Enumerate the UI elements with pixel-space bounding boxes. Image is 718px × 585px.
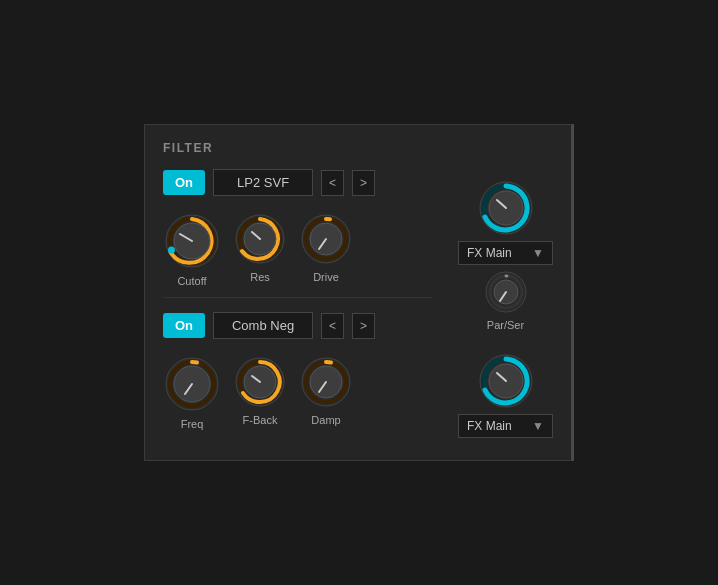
drive-knob[interactable] [299, 212, 353, 266]
filter2-arrow-left[interactable]: < [321, 313, 344, 339]
filter1-type-label: LP2 SVF [213, 169, 313, 196]
res-label: Res [250, 271, 270, 283]
filter2-chevron-icon: ▼ [532, 419, 544, 433]
res-knob[interactable] [233, 212, 287, 266]
damp-knob[interactable] [299, 355, 353, 409]
filter1-chevron-icon: ▼ [532, 246, 544, 260]
drive-knob-container: Drive [299, 212, 353, 283]
filter2-knobs: Freq F-Back [163, 355, 432, 430]
cutoff-label: Cutoff [177, 275, 206, 287]
filter1-knobs: Cutoff Res [163, 212, 432, 287]
freq-knob-container: Freq [163, 355, 221, 430]
par-ser-knob[interactable] [483, 269, 529, 315]
fback-label: F-Back [243, 414, 278, 426]
filter2-arrow-right[interactable]: > [352, 313, 375, 339]
filter2-type-label: Comb Neg [213, 312, 313, 339]
filter1-arrow-right[interactable]: > [352, 170, 375, 196]
filter1-fx-label: FX Main [467, 246, 512, 260]
filter2-on-button[interactable]: On [163, 313, 205, 338]
par-ser-label: Par/Ser [487, 319, 524, 331]
freq-label: Freq [181, 418, 204, 430]
drive-label: Drive [313, 271, 339, 283]
filter2-controls: On Comb Neg < > [163, 312, 432, 339]
filter-panel: FILTER On LP2 SVF < > [144, 124, 574, 461]
filter2-fx-select[interactable]: FX Main ▼ [458, 414, 553, 438]
damp-label: Damp [311, 414, 340, 426]
filter1-on-button[interactable]: On [163, 170, 205, 195]
filter1-controls: On LP2 SVF < > [163, 169, 432, 196]
panel-title: FILTER [163, 141, 553, 155]
res-knob-container: Res [233, 212, 287, 283]
freq-knob[interactable] [163, 355, 221, 413]
filter1-fx-select[interactable]: FX Main ▼ [458, 241, 553, 265]
filter1-section: On LP2 SVF < > [163, 169, 432, 287]
filter2-output: FX Main ▼ [458, 352, 553, 438]
damp-knob-container: Damp [299, 355, 353, 426]
filter1-output: FX Main ▼ [458, 179, 553, 265]
cutoff-knob-container: Cutoff [163, 212, 221, 287]
filter1-arrow-left[interactable]: < [321, 170, 344, 196]
par-ser-area: Par/Ser [483, 269, 529, 331]
fback-knob-container: F-Back [233, 355, 287, 426]
filter-sections: On LP2 SVF < > [163, 169, 432, 440]
filter2-output-knob[interactable] [477, 352, 535, 410]
svg-point-2 [168, 247, 175, 254]
fback-knob[interactable] [233, 355, 287, 409]
filter1-output-knob[interactable] [477, 179, 535, 237]
filter2-fx-label: FX Main [467, 419, 512, 433]
filter2-section: On Comb Neg < > [163, 312, 432, 430]
cutoff-knob[interactable] [163, 212, 221, 270]
filter-divider [163, 297, 432, 298]
right-controls: FX Main ▼ Par/Ser [448, 169, 553, 440]
